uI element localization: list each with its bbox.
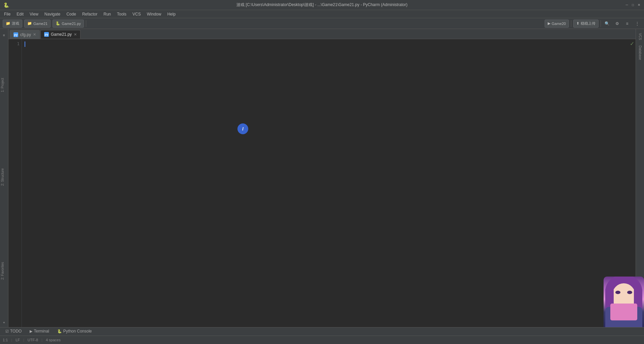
editor-container: py cfg.py ✕ py Game21.py ✕ 1 I ✓ <box>8 29 636 327</box>
toolbar-separator <box>86 20 86 27</box>
editor[interactable]: 1 I ✓ <box>8 39 636 327</box>
status-bar: 1:1 | LF | UTF-8 | 4 spaces <box>0 336 644 344</box>
toolbar: 📁 游戏 📁 Game21 🐍 Game21.py ▶ Game20 ⬆ 稳稳上… <box>0 18 644 29</box>
python-console-label: Python Console <box>63 329 92 334</box>
game20-label: Game20 <box>552 22 566 26</box>
maximize-button[interactable]: □ <box>631 3 635 7</box>
upload-icon: ⬆ <box>576 21 579 26</box>
cfg-tab-close[interactable]: ✕ <box>33 32 36 37</box>
game21-folder-btn[interactable]: 📁 Game21 <box>24 20 51 28</box>
menu-view[interactable]: View <box>27 11 41 17</box>
file-btn[interactable]: 🐍 Game21.py <box>53 20 84 28</box>
menu-edit[interactable]: Edit <box>14 11 26 17</box>
menu-refactor[interactable]: Refactor <box>79 11 100 17</box>
menu-navigate[interactable]: Navigate <box>42 11 63 17</box>
title-bar: 🐍 游戏 [C:\Users\Administrator\Desktop\游戏]… <box>0 0 644 10</box>
line-numbers: 1 <box>8 39 22 327</box>
cfg-tab-label: cfg.py <box>20 32 31 37</box>
project-selector[interactable]: 📁 游戏 <box>3 20 22 28</box>
file-label: Game21.py <box>62 22 81 26</box>
indent-label: 4 spaces <box>46 338 61 342</box>
main-layout: ≡ 1: Project 2: Structure 2: Favorites +… <box>0 29 644 327</box>
close-button[interactable]: ✕ <box>637 3 641 7</box>
sidebar-item-structure[interactable]: 2: Structure <box>0 167 8 187</box>
tab-python-console[interactable]: 🐍 Python Console <box>55 327 95 336</box>
check-mark: ✓ <box>630 40 634 47</box>
menu-vcs[interactable]: VCS <box>130 11 143 17</box>
status-encoding[interactable]: UTF-8 <box>28 338 38 342</box>
game20-btn[interactable]: ▶ Game20 <box>545 20 569 28</box>
bottom-tabs: ☑ TODO ▶ Terminal 🐍 Python Console <box>0 327 644 336</box>
tab-cfg[interactable]: py cfg.py ✕ <box>10 30 40 39</box>
py-icon: 🐍 <box>56 21 60 26</box>
cursor-symbol: I <box>242 126 244 132</box>
game21-label: Game21 <box>33 22 47 26</box>
run-icon: ▶ <box>548 21 550 26</box>
window-controls: ─ □ ✕ <box>624 3 641 7</box>
game21-tab-label: Game21.py <box>51 32 72 37</box>
code-area[interactable] <box>22 39 636 327</box>
tab-game21[interactable]: py Game21.py ✕ <box>40 30 80 39</box>
menu-run[interactable]: Run <box>101 11 114 17</box>
settings-btn[interactable]: ⚙ <box>613 20 621 28</box>
sidebar-right-database[interactable]: Database <box>638 43 643 63</box>
search-btn[interactable]: 🔍 <box>603 20 611 28</box>
menu-bar: File Edit View Navigate Code Refactor Ru… <box>0 10 644 18</box>
gear-btn[interactable]: ≡ <box>623 20 631 28</box>
menu-help[interactable]: Help <box>165 11 179 17</box>
cfg-tab-icon: py <box>13 32 18 37</box>
left-sidebar: ≡ 1: Project 2: Structure 2: Favorites + <box>0 29 8 327</box>
sidebar-bottom-icon[interactable]: + <box>1 319 7 326</box>
line-number-1: 1 <box>8 40 20 47</box>
status-lf[interactable]: LF <box>15 338 20 342</box>
menu-code[interactable]: Code <box>64 11 79 17</box>
upload-label: 稳稳上传 <box>581 21 595 26</box>
sidebar-item-favorites[interactable]: 2: Favorites <box>0 261 8 281</box>
mouse-cursor-indicator: I <box>237 123 248 134</box>
line-col-label: 1:1 <box>3 338 8 342</box>
upload-btn[interactable]: ⬆ 稳稳上传 <box>573 20 599 28</box>
terminal-icon: ▶ <box>30 329 32 334</box>
toolbar-separator2 <box>571 20 571 27</box>
status-line-col[interactable]: 1:1 <box>3 338 8 342</box>
sidebar-top-icon[interactable]: ≡ <box>1 32 7 38</box>
terminal-label: Terminal <box>34 329 49 334</box>
python-console-icon: 🐍 <box>57 329 62 334</box>
app-icon: 🐍 <box>3 2 9 8</box>
menu-window[interactable]: Window <box>144 11 164 17</box>
game21-tab-icon: py <box>44 32 49 37</box>
status-sep1: | <box>11 338 12 342</box>
window-title: 游戏 [C:\Users\Administrator\Desktop\游戏] -… <box>236 2 407 8</box>
menu-tools[interactable]: Tools <box>114 11 129 17</box>
more-btn[interactable]: ⋮ <box>633 20 641 28</box>
menu-file[interactable]: File <box>1 11 13 17</box>
toolbar-separator3 <box>601 20 601 27</box>
status-sep2: | <box>23 338 24 342</box>
lf-label: LF <box>15 338 20 342</box>
tabs-bar: py cfg.py ✕ py Game21.py ✕ <box>8 29 636 39</box>
minimize-button[interactable]: ─ <box>624 3 629 7</box>
todo-label: TODO <box>10 329 22 334</box>
sidebar-right-vcs[interactable]: VCS <box>638 30 643 43</box>
status-indent[interactable]: 4 spaces <box>46 338 61 342</box>
todo-icon: ☑ <box>5 329 9 334</box>
anime-character <box>604 277 644 327</box>
project-folder-icon: 📁 <box>6 21 10 26</box>
status-sep3: | <box>41 338 42 342</box>
encoding-label: UTF-8 <box>28 338 38 342</box>
folder-icon: 📁 <box>27 21 32 26</box>
text-cursor <box>25 41 25 47</box>
sidebar-item-project[interactable]: 1: Project <box>0 77 8 93</box>
tab-terminal[interactable]: ▶ Terminal <box>27 327 52 336</box>
tab-todo[interactable]: ☑ TODO <box>3 327 24 336</box>
game21-tab-close[interactable]: ✕ <box>74 32 77 37</box>
project-label: 游戏 <box>12 21 19 26</box>
